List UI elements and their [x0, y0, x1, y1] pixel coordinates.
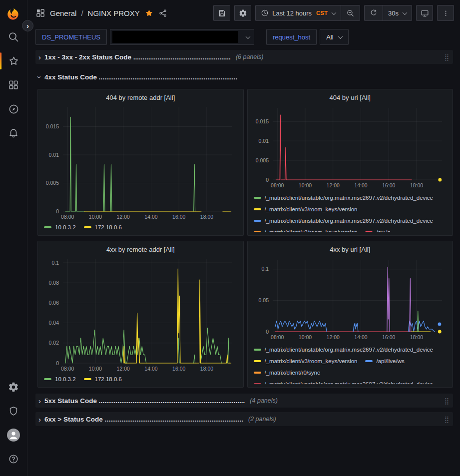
legend-item[interactable]: 10.0.3.2 [44, 376, 76, 383]
chart-4xx-by-uri[interactable]: 00.050.108:0010:0012:0014:0016:0018:00 [252, 256, 449, 343]
breadcrumb-section[interactable]: General [50, 9, 76, 17]
svg-text:0.015: 0.015 [46, 123, 59, 129]
svg-text:18:00: 18:00 [200, 214, 213, 220]
sidebar-item-server-admin[interactable] [0, 399, 27, 423]
row-drag-handle[interactable]: ⣿ [444, 416, 449, 423]
more-options-button[interactable] [437, 5, 454, 21]
svg-text:0: 0 [56, 208, 59, 214]
refresh-button[interactable] [365, 5, 383, 20]
zoom-out-button[interactable] [341, 5, 360, 20]
star-icon [8, 55, 19, 67]
svg-text:0.005: 0.005 [46, 180, 59, 186]
svg-text:12:00: 12:00 [117, 214, 130, 220]
legend-label: /_matrix/client/unstable/org.matrix.msc2… [265, 218, 434, 224]
svg-text:0: 0 [266, 177, 269, 183]
row-6xx[interactable]: › 6xx > Status Code ....................… [35, 412, 453, 426]
panel-title[interactable]: 404 by uri [All] [252, 92, 449, 104]
panel-legend: /_matrix/client/unstable/org.matrix.msc2… [252, 346, 449, 384]
monitor-icon [421, 9, 429, 17]
legend-item[interactable]: 172.18.0.6 [84, 224, 122, 231]
legend-item[interactable]: /_matrix/client/v3/room_keys/version [254, 205, 358, 213]
sidebar-item-user[interactable] [0, 423, 27, 447]
chart-404-by-remote-addr[interactable]: 00.0050.010.01508:0010:0012:0014:0016:00… [42, 103, 239, 223]
sidebar-expand-button[interactable]: › [22, 20, 33, 31]
datasource-variable-label: DS_PROMETHEUS [35, 29, 107, 45]
breadcrumb-dashboard-title[interactable]: NGINX PROXY [88, 9, 140, 17]
row-panel-count: (6 panels) [236, 53, 264, 60]
shield-icon [8, 406, 19, 417]
timeseries-chart: 00.050.108:0010:0012:0014:0016:0018:00 [252, 256, 449, 342]
legend-swatch [254, 197, 261, 199]
row-title: 6xx > Status Code ......................… [44, 416, 243, 423]
svg-text:0.06: 0.06 [49, 300, 59, 306]
chevron-down-icon [246, 34, 251, 39]
legend-label: /_matrix/client/r0/sync [265, 370, 320, 376]
svg-text:12:00: 12:00 [326, 334, 339, 340]
legend-item[interactable]: /_matrix/client/v3/room_keys/version [254, 228, 358, 232]
row-drag-handle[interactable]: ⣿ [444, 398, 449, 404]
search-icon [7, 31, 19, 43]
dashboards-grid-icon [8, 79, 19, 90]
legend-item[interactable]: /_matrix/client/unstable/org.matrix.msc2… [254, 346, 434, 353]
panel-title[interactable]: 4xx by uri [All] [252, 244, 449, 256]
row-drag-handle[interactable]: ⣿ [444, 54, 449, 60]
row-4xx[interactable]: › 4xx Status Code ......................… [35, 70, 453, 84]
panel-title[interactable]: 4xx by remote addr [All] [42, 244, 239, 255]
svg-text:0.005: 0.005 [255, 157, 268, 163]
chevron-down-icon [338, 34, 343, 39]
svg-text:10:00: 10:00 [89, 366, 102, 372]
legend-item[interactable]: /_matrix/client/unstable/org.matrix.msc2… [254, 194, 434, 201]
panel-4xx-by-remote-addr: 4xx by remote addr [All] 00.020.040.060.… [37, 241, 244, 388]
svg-text:0.01: 0.01 [258, 138, 269, 144]
dashboard-settings-button[interactable] [234, 5, 251, 21]
apps-icon [35, 8, 45, 18]
svg-text:14:00: 14:00 [354, 334, 367, 340]
tv-mode-button[interactable] [416, 5, 433, 21]
legend-swatch [254, 360, 261, 362]
sidebar-item-help[interactable] [0, 447, 27, 471]
legend-item[interactable]: /sw.js [365, 228, 390, 232]
save-dashboard-button[interactable] [213, 5, 230, 21]
variables-bar: DS_PROMETHEUS request_host All [27, 26, 460, 48]
chevron-right-icon: › [38, 397, 41, 405]
share-icon[interactable] [158, 8, 168, 18]
user-avatar [7, 429, 20, 442]
row-5xx[interactable]: › 5xx Status Code ......................… [35, 394, 453, 408]
row-title: 5xx Status Code ........................… [44, 397, 245, 405]
panel-legend: /_matrix/client/unstable/org.matrix.msc2… [252, 194, 449, 232]
sidebar-item-configuration[interactable] [0, 375, 27, 399]
legend-swatch [84, 226, 91, 228]
legend-item[interactable]: /_matrix/client/r0/sync [254, 369, 320, 376]
legend-item[interactable]: /_matrix/client/unstable/org.matrix.msc2… [254, 217, 434, 224]
sidebar-item-alerting[interactable] [0, 121, 27, 145]
sidebar-item-starred[interactable] [0, 49, 27, 73]
timezone-label: CST [316, 10, 328, 16]
breadcrumb: General / NGINX PROXY [35, 8, 168, 18]
request-host-variable-select[interactable]: All [320, 29, 348, 45]
refresh-interval-dropdown[interactable]: 30s [383, 5, 412, 20]
timeseries-chart: 00.0050.010.01508:0010:0012:0014:0016:00… [252, 104, 449, 190]
legend-item[interactable]: 10.0.3.2 [44, 224, 76, 231]
legend-swatch [254, 220, 261, 222]
sidebar-item-dashboards[interactable] [0, 73, 27, 97]
chart-4xx-by-remote-addr[interactable]: 00.020.040.060.080.108:0010:0012:0014:00… [42, 255, 239, 375]
sidebar: › [0, 0, 27, 476]
request-host-variable-label: request_host [266, 29, 317, 45]
svg-text:10:00: 10:00 [298, 334, 311, 340]
legend-item[interactable]: 172.18.0.6 [84, 376, 122, 383]
timeseries-chart: 00.020.040.060.080.108:0010:0012:0014:00… [42, 255, 239, 373]
time-range-picker[interactable]: Last 12 hours CST [256, 5, 341, 20]
datasource-value-redacted [112, 31, 238, 43]
datasource-variable-select[interactable] [110, 29, 254, 45]
svg-text:16:00: 16:00 [172, 366, 185, 372]
legend-item[interactable]: /_matrix/client/v3/room_keys/version [254, 357, 358, 365]
favorite-star-icon[interactable] [144, 8, 154, 18]
svg-text:10:00: 10:00 [298, 182, 311, 188]
panel-title[interactable]: 404 by remote addr [All] [42, 92, 239, 103]
row-1xx-3xx-2xx[interactable]: › 1xx - 3xx - 2xx Status Code ..........… [35, 50, 453, 64]
legend-item[interactable]: /api/live/ws [365, 357, 404, 365]
legend-item[interactable]: /_matrix/client/unstable/org.matrix.msc2… [254, 380, 434, 384]
legend-swatch [365, 360, 373, 362]
chart-404-by-uri[interactable]: 00.0050.010.01508:0010:0012:0014:0016:00… [252, 104, 449, 191]
sidebar-item-explore[interactable] [0, 97, 27, 121]
